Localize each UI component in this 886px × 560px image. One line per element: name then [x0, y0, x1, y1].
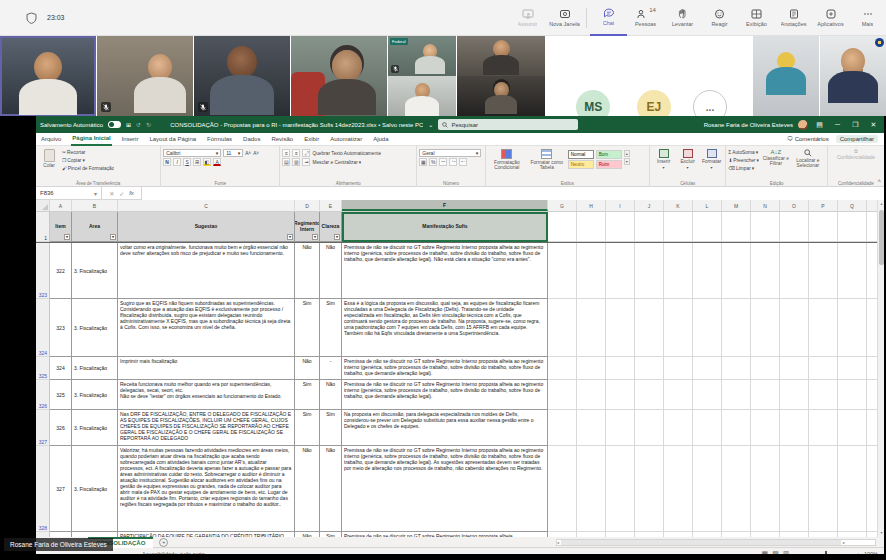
zoom-in-button[interactable]: +: [857, 551, 860, 554]
header-area[interactable]: Area▾: [72, 212, 118, 242]
empty-columns[interactable]: [548, 380, 884, 410]
tab-exibir[interactable]: Exibir: [303, 133, 320, 146]
comments-button[interactable]: 🗨 Comentários: [787, 136, 829, 142]
percent-button[interactable]: %: [429, 158, 437, 166]
italic-button[interactable]: I: [173, 158, 181, 166]
align-top-button[interactable]: ≡: [282, 149, 290, 157]
conditional-formatting-button[interactable]: Formatação Condicional: [488, 147, 526, 170]
font-color-button[interactable]: A: [213, 158, 221, 166]
view-button[interactable]: Exibição: [738, 0, 775, 36]
col-L[interactable]: L: [693, 200, 722, 211]
takeover-button[interactable]: Assumir: [509, 0, 546, 36]
col-I[interactable]: I: [606, 200, 635, 211]
empty-columns[interactable]: [548, 410, 884, 446]
col-K[interactable]: K: [664, 200, 693, 211]
cell-sugestao[interactable]: Nas DRF DE FISCALIZAÇÃO, ENTRE O DELEGAD…: [118, 410, 295, 446]
align-left-button[interactable]: ▤: [282, 158, 290, 166]
empty-columns[interactable]: [548, 446, 884, 532]
filter-icon[interactable]: ▾: [334, 234, 340, 240]
header-clareza[interactable]: Clareza▾: [320, 212, 342, 242]
cell-item[interactable]: 325: [50, 380, 72, 410]
col-A[interactable]: A: [50, 200, 72, 211]
wrap-text-button[interactable]: Quebrar Texto Automaticamente: [312, 150, 381, 157]
empty-columns[interactable]: [548, 299, 884, 357]
tab-pagina-inicial[interactable]: Página Inicial: [71, 133, 111, 146]
number-format-combo[interactable]: Geral▾: [419, 149, 481, 157]
cell-clareza[interactable]: Não: [320, 446, 342, 532]
col-J[interactable]: J: [635, 200, 664, 211]
add-sheet-button[interactable]: +: [159, 538, 168, 547]
restore-button[interactable]: ❐: [849, 121, 862, 129]
fx-icon[interactable]: fx: [129, 190, 134, 196]
cell-item[interactable]: 327: [50, 446, 72, 532]
cell-regimento[interactable]: Sim: [295, 299, 320, 357]
header-item[interactable]: Item▾: [50, 212, 72, 242]
cell-manifestacao[interactable]: Premissa de não se discutir no GT sobre …: [342, 380, 548, 410]
header-regimento[interactable]: Regimento Intern▾: [295, 212, 320, 242]
horizontal-scrollbar[interactable]: ◂ ▸: [556, 539, 876, 546]
cell-area[interactable]: 3. Fiscalização: [72, 380, 118, 410]
cell-clareza[interactable]: -: [320, 357, 342, 380]
cut-button[interactable]: ✂ Recortar: [62, 149, 114, 156]
insert-cells-button[interactable]: Inserir▾: [653, 147, 675, 170]
cancel-entry-icon[interactable]: ✕: [109, 190, 114, 197]
font-size-combo[interactable]: 11▾: [223, 149, 243, 157]
orientation-button[interactable]: ⤢: [302, 149, 310, 157]
normal-view-icon[interactable]: ▦: [762, 550, 769, 554]
name-box[interactable]: F836▾: [36, 187, 102, 200]
style-good[interactable]: Bom: [596, 150, 622, 159]
col-D[interactable]: D: [295, 200, 320, 211]
styles-scroll-up[interactable]: ▴: [624, 150, 630, 157]
cell-regimento[interactable]: Sim: [295, 410, 320, 446]
row-header[interactable]: 327: [36, 410, 50, 446]
col-G[interactable]: G: [548, 200, 577, 211]
cell-area[interactable]: 3. Fiscalização: [72, 410, 118, 446]
tab-ajuda[interactable]: Ajuda: [372, 133, 389, 146]
vertical-scrollbar[interactable]: ▴ ▾: [877, 200, 884, 537]
filter-icon[interactable]: ▾: [64, 234, 70, 240]
shrink-font-button[interactable]: A˅: [253, 150, 259, 157]
cell-manifestacao[interactable]: Premissa de não se discutir no GT sobre …: [342, 243, 548, 299]
decrease-decimal-button[interactable]: ⁰⁻: [459, 158, 467, 166]
col-Q[interactable]: Q: [838, 200, 867, 211]
empty-columns[interactable]: [548, 243, 884, 299]
cell-area[interactable]: 3. Fiscalização: [72, 446, 118, 532]
close-button[interactable]: ✕: [867, 121, 880, 129]
clear-button[interactable]: ⌫ Limpar ▾: [728, 165, 759, 172]
col-C[interactable]: C: [118, 200, 295, 211]
cell-manifestacao[interactable]: Premissa de não se discutir no GT sobre …: [342, 357, 548, 380]
select-all-corner[interactable]: [36, 200, 50, 211]
sensitivity-button[interactable]: 🖺 Confidencialidade: [830, 147, 882, 160]
video-tile-4[interactable]: [291, 36, 387, 116]
video-tile-6b[interactable]: [457, 76, 545, 116]
raise-hand-button[interactable]: Levantar: [664, 0, 701, 36]
cell-item[interactable]: 324: [50, 357, 72, 380]
grow-font-button[interactable]: A˄: [245, 150, 251, 157]
scroll-left-arrow[interactable]: ◂: [557, 540, 559, 545]
title-dropdown-chevron[interactable]: ⌄: [428, 121, 433, 128]
align-center-button[interactable]: ▥: [292, 158, 300, 166]
format-as-table-button[interactable]: Formatar como Tabela: [528, 147, 566, 170]
tab-layout[interactable]: Layout da Página: [148, 133, 197, 146]
fill-button[interactable]: ⬇ Preencher ▾: [728, 157, 759, 164]
cell-clareza[interactable]: Sim: [320, 410, 342, 446]
zoom-out-button[interactable]: −: [793, 551, 796, 554]
filter-icon[interactable]: ▾: [110, 234, 116, 240]
indent-button[interactable]: ⇥: [302, 158, 310, 166]
empty-columns[interactable]: [548, 212, 884, 242]
font-family-combo[interactable]: Calibri▾: [163, 149, 221, 157]
ribbon-options-icon[interactable]: ▤: [813, 121, 826, 129]
cell-area[interactable]: 3. Fiscalização: [72, 299, 118, 357]
collapse-ribbon-chevron[interactable]: ˄: [877, 178, 881, 184]
autosave-toggle[interactable]: [108, 121, 121, 128]
new-window-button[interactable]: Nova Janela: [546, 0, 583, 36]
fill-color-button[interactable]: ◧: [203, 158, 211, 166]
cell-clareza[interactable]: Não: [320, 380, 342, 410]
col-O[interactable]: O: [780, 200, 809, 211]
sort-filter-button[interactable]: A↓Z Classificar e Filtrar: [761, 147, 791, 166]
cell-sugestao[interactable]: voltar como era originalmente. funcionav…: [118, 243, 295, 299]
cell-sugestao[interactable]: Receita funcionava muito melhor quando e…: [118, 380, 295, 410]
account-avatar[interactable]: [798, 120, 808, 130]
scroll-down-arrow[interactable]: ▾: [878, 529, 884, 537]
col-F[interactable]: F: [342, 200, 548, 211]
